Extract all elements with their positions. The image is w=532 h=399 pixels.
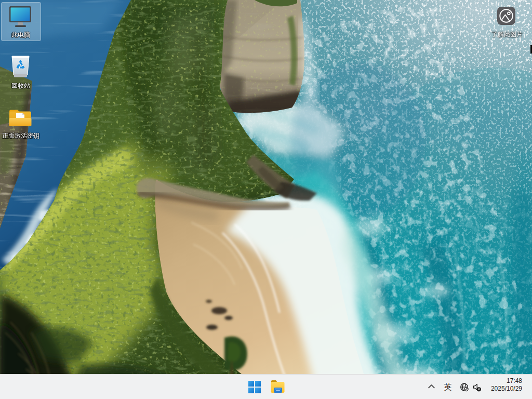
svg-text:英: 英 (444, 382, 452, 391)
